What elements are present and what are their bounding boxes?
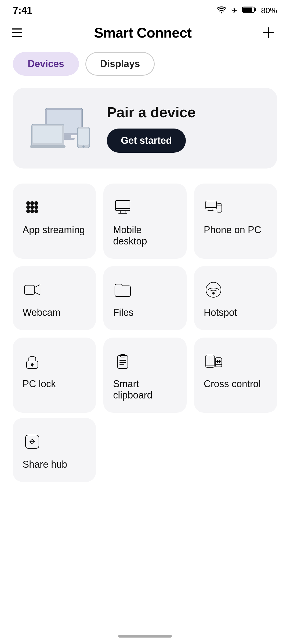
add-button[interactable]	[260, 24, 277, 41]
feature-label-share-hub: Share hub	[23, 459, 67, 470]
feature-label-hotspot: Hotspot	[204, 307, 237, 318]
svg-point-18	[35, 202, 38, 205]
svg-point-15	[82, 145, 85, 148]
svg-rect-11	[33, 126, 62, 143]
menu-button[interactable]	[10, 25, 26, 41]
grid-icon	[23, 197, 42, 217]
status-time: 7:41	[13, 5, 32, 16]
home-indicator	[118, 635, 172, 638]
feature-label-pc-lock: PC lock	[23, 378, 56, 390]
svg-point-17	[31, 202, 34, 205]
svg-point-16	[27, 202, 30, 205]
phone-monitor-icon	[204, 197, 223, 217]
app-bar: Smart Connect	[0, 19, 290, 47]
folder-icon	[113, 280, 132, 299]
tab-devices[interactable]: Devices	[13, 52, 79, 76]
wifi-circle-icon	[204, 280, 223, 299]
feature-card-webcam[interactable]: Webcam	[13, 266, 96, 330]
feature-card-hotspot[interactable]: Hotspot	[194, 266, 277, 330]
pair-text-block: Pair a device Get started	[107, 104, 195, 153]
pair-illustration	[29, 101, 93, 155]
svg-rect-44	[118, 356, 128, 368]
feature-card-share-hub[interactable]: Share hub	[13, 418, 96, 482]
pair-title: Pair a device	[107, 104, 195, 120]
feature-card-files[interactable]: Files	[103, 266, 186, 330]
svg-point-21	[35, 206, 38, 209]
svg-point-42	[31, 364, 33, 366]
tab-displays[interactable]: Displays	[85, 52, 155, 76]
svg-rect-2	[255, 8, 256, 11]
feature-label-app-streaming: App streaming	[23, 224, 85, 236]
clipboard-icon	[113, 352, 132, 371]
status-bar: 7:41 ✈ 80%	[0, 0, 290, 19]
svg-rect-50	[215, 358, 222, 367]
feature-card-cross-control[interactable]: Cross control	[194, 338, 277, 413]
airplane-icon: ✈	[231, 6, 237, 15]
wifi-icon	[217, 6, 226, 16]
svg-rect-38	[24, 285, 35, 294]
svg-rect-3	[243, 8, 252, 12]
status-icons: ✈ 80%	[217, 6, 277, 16]
feature-grid-bottom: Share hub	[0, 418, 290, 498]
app-title: Smart Connect	[94, 25, 191, 41]
svg-point-40	[212, 292, 214, 294]
feature-label-phone-on-pc: Phone on PC	[204, 224, 261, 236]
battery-icon	[242, 6, 256, 15]
lock-icon	[23, 352, 42, 371]
svg-rect-14	[78, 129, 89, 145]
feature-card-smart-clipboard[interactable]: Smart clipboard	[103, 338, 186, 413]
feature-card-mobile-desktop[interactable]: Mobile desktop	[103, 184, 186, 259]
video-icon	[23, 280, 42, 299]
feature-label-webcam: Webcam	[23, 307, 60, 318]
feature-grid: App streaming Mobile desktop	[0, 178, 290, 418]
feature-label-cross-control: Cross control	[204, 378, 261, 390]
monitor-icon	[113, 197, 132, 217]
svg-point-22	[27, 210, 30, 213]
battery-percent: 80%	[261, 6, 277, 15]
svg-point-24	[35, 210, 38, 213]
tab-bar: Devices Displays	[0, 47, 290, 78]
feature-card-phone-on-pc[interactable]: Phone on PC	[194, 184, 277, 259]
pair-device-card: Pair a device Get started	[13, 88, 277, 169]
svg-point-23	[31, 210, 34, 213]
feature-card-pc-lock[interactable]: PC lock	[13, 338, 96, 413]
svg-rect-25	[115, 200, 130, 211]
feature-card-app-streaming[interactable]: App streaming	[13, 184, 96, 259]
svg-point-20	[31, 206, 34, 209]
svg-point-19	[27, 206, 30, 209]
svg-point-0	[221, 12, 222, 13]
feature-label-mobile-desktop: Mobile desktop	[113, 224, 177, 247]
cross-device-icon	[204, 352, 223, 371]
feature-label-smart-clipboard: Smart clipboard	[113, 378, 177, 401]
svg-rect-12	[30, 145, 66, 148]
svg-rect-30	[206, 201, 216, 209]
share-icon	[23, 432, 42, 451]
feature-label-files: Files	[113, 307, 133, 318]
svg-rect-35	[217, 204, 222, 212]
get-started-button[interactable]: Get started	[107, 129, 186, 153]
